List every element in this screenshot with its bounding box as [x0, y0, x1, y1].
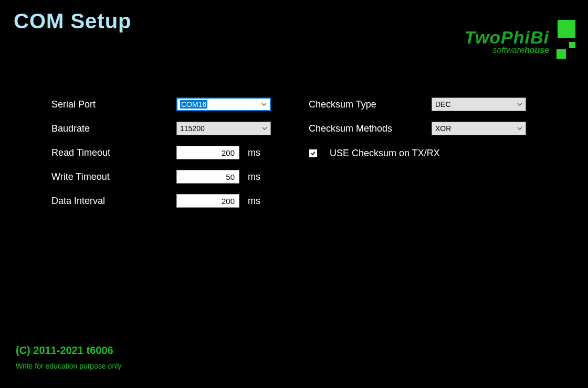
serial-port-select[interactable]: COM16 — [176, 98, 271, 111]
logo-brand: TwoPhiBi — [464, 27, 549, 48]
write-timeout-input[interactable] — [176, 170, 239, 184]
use-checksum-checkbox[interactable] — [309, 149, 317, 157]
data-interval-row: Data Interval ms — [51, 194, 271, 208]
read-timeout-unit: ms — [248, 147, 260, 158]
checksum-type-row: Checksum Type DEC — [309, 98, 526, 111]
checksum-methods-row: Checksum Methods XOR — [309, 122, 526, 135]
use-checksum-row: USE Checksum on TX/RX — [309, 148, 526, 159]
checksum-methods-select[interactable]: XOR — [432, 122, 526, 135]
serial-port-row: Serial Port COM16 — [51, 98, 271, 111]
baudrate-row: Baudrate 115200 — [51, 122, 271, 135]
form-area: Serial Port COM16 Baudrate 115200 Read T… — [51, 98, 534, 208]
use-checksum-label: USE Checksum on TX/RX — [330, 148, 440, 159]
data-interval-input[interactable] — [176, 194, 239, 208]
chevron-down-icon — [261, 103, 267, 106]
checksum-type-label: Checksum Type — [309, 99, 432, 110]
disclaimer: Write for education purpose only — [16, 362, 121, 370]
read-timeout-label: Read Timeout — [51, 147, 176, 158]
left-column: Serial Port COM16 Baudrate 115200 Read T… — [51, 98, 271, 208]
read-timeout-input[interactable] — [176, 146, 239, 159]
serial-port-label: Serial Port — [51, 99, 176, 110]
data-interval-unit: ms — [248, 196, 260, 207]
chevron-down-icon — [517, 103, 522, 106]
data-interval-label: Data Interval — [51, 196, 176, 207]
write-timeout-row: Write Timeout ms — [51, 170, 271, 184]
write-timeout-unit: ms — [248, 171, 260, 182]
copyright: (C) 2011-2021 t6006 — [16, 344, 121, 357]
read-timeout-row: Read Timeout ms — [51, 146, 271, 159]
chevron-down-icon — [517, 127, 522, 130]
page-title: COM Setup — [14, 9, 132, 33]
checksum-type-select[interactable]: DEC — [432, 98, 526, 111]
write-timeout-label: Write Timeout — [51, 171, 176, 182]
baudrate-label: Baudrate — [51, 123, 176, 134]
checksum-methods-label: Checksum Methods — [309, 123, 432, 134]
footer: (C) 2011-2021 t6006 Write for education … — [16, 344, 121, 370]
chevron-down-icon — [262, 127, 267, 130]
baudrate-select[interactable]: 115200 — [176, 122, 271, 135]
right-column: Checksum Type DEC Checksum Methods XOR U — [309, 98, 526, 208]
